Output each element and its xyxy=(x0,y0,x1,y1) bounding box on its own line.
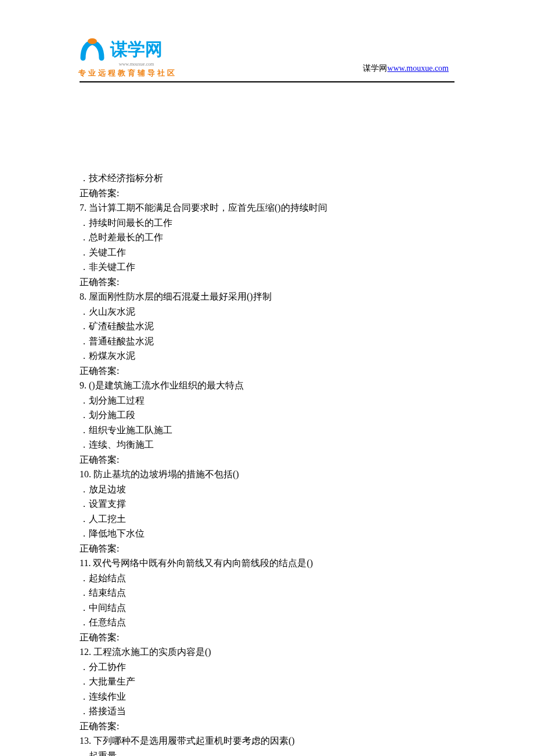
page-header: 谋学网 www.mouxue.com 专业远程教育辅导社区 谋学网www.mou… xyxy=(0,0,534,83)
text-line: 正确答案: xyxy=(80,363,454,379)
header-link[interactable]: www.mouxue.com xyxy=(387,64,449,73)
text-line: 正确答案: xyxy=(80,452,454,467)
logo-subtitle: 专业远程教育辅导社区 xyxy=(78,68,183,78)
header-divider xyxy=(80,81,454,82)
svg-point-0 xyxy=(88,38,97,44)
text-line: ．粉煤灰水泥 xyxy=(80,348,454,363)
text-line: ．组织专业施工队施工 xyxy=(80,423,454,438)
header-right: 谋学网www.mouxue.com xyxy=(363,63,449,74)
text-line: 7. 当计算工期不能满足合同要求时，应首先压缩()的持续时间 xyxy=(80,200,454,215)
text-line: 11. 双代号网络中既有外向箭线又有内向箭线段的结点是() xyxy=(80,556,454,571)
logo-url-small: www.mouxue.com xyxy=(110,62,163,67)
text-line: ．关键工作 xyxy=(80,245,454,260)
text-line: ．连续、均衡施工 xyxy=(80,437,454,452)
text-line: ．放足边坡 xyxy=(80,482,454,497)
text-line: ．降低地下水位 xyxy=(80,526,454,541)
text-line: ．设置支撑 xyxy=(80,496,454,512)
text-line: ．划分施工过程 xyxy=(80,393,454,408)
text-line: 12. 工程流水施工的实质内容是() xyxy=(80,645,454,660)
text-line: ．起重量 xyxy=(80,748,454,757)
text-line: ．连续作业 xyxy=(80,689,454,704)
header-right-prefix: 谋学网 xyxy=(363,64,387,73)
text-line: ．总时差最长的工作 xyxy=(80,230,454,245)
text-line: ．划分施工段 xyxy=(80,408,454,423)
text-line: ．结束结点 xyxy=(80,585,454,600)
logo-chinese: 谋学网 xyxy=(110,38,163,62)
text-line: 13. 下列哪种不是选用履带式起重机时要考虑的因素() xyxy=(80,733,454,748)
text-line: ．技术经济指标分析 xyxy=(80,171,454,186)
text-line: 10. 防止基坑的边坡坍塌的措施不包括() xyxy=(80,467,454,482)
text-line: ．火山灰水泥 xyxy=(80,304,454,319)
text-line: 正确答案: xyxy=(80,630,454,645)
logo: 谋学网 www.mouxue.com 专业远程教育辅导社区 xyxy=(78,38,183,73)
text-line: 正确答案: xyxy=(80,719,454,734)
text-line: ．矿渣硅酸盐水泥 xyxy=(80,319,454,334)
text-line: ．搭接适当 xyxy=(80,704,454,719)
text-line: ．大批量生产 xyxy=(80,674,454,689)
text-line: ．人工挖土 xyxy=(80,512,454,527)
text-line: ．中间结点 xyxy=(80,600,454,615)
text-line: 9. ()是建筑施工流水作业组织的最大特点 xyxy=(80,378,454,393)
document-content: ．技术经济指标分析 正确答案: 7. 当计算工期不能满足合同要求时，应首先压缩(… xyxy=(0,83,534,756)
text-line: 正确答案: xyxy=(80,541,454,556)
text-line: ．分工协作 xyxy=(80,660,454,675)
text-line: ．普通硅酸盐水泥 xyxy=(80,334,454,349)
logo-text: 谋学网 www.mouxue.com xyxy=(110,38,163,67)
text-line: ．持续时间最长的工作 xyxy=(80,215,454,231)
text-line: 正确答案: xyxy=(80,275,454,290)
text-line: ．非关键工作 xyxy=(80,260,454,275)
text-line: 8. 屋面刚性防水层的细石混凝土最好采用()拌制 xyxy=(80,289,454,304)
text-line: 正确答案: xyxy=(80,186,454,201)
logo-icon xyxy=(78,38,106,63)
text-line: ．起始结点 xyxy=(80,571,454,586)
text-line: ．任意结点 xyxy=(80,615,454,630)
